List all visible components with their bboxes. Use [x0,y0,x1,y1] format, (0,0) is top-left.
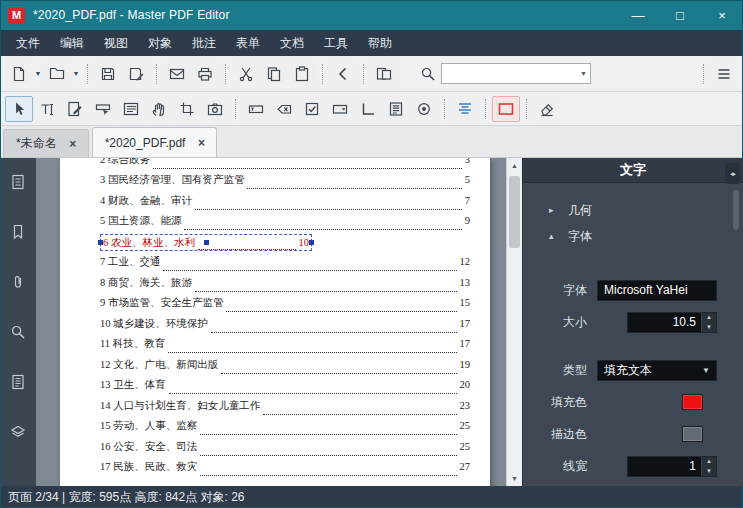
minimize-button[interactable]: — [617,0,659,30]
combobox-tool[interactable] [326,96,354,122]
toc-line[interactable]: 12 文化、广电、新闻出版19 [100,353,470,374]
close-tab-icon[interactable]: × [194,136,208,150]
search-dropdown-icon[interactable]: ▼ [580,70,587,77]
list-box-tool[interactable] [382,96,410,122]
snapshot-tool[interactable] [201,96,229,122]
hand-tool[interactable] [145,96,173,122]
paste-button[interactable] [288,61,316,87]
save-as-button[interactable] [122,61,150,87]
scroll-down-icon[interactable]: ▼ [507,471,522,486]
fill-color-swatch[interactable] [682,394,703,410]
font-size-input[interactable]: 10.5 ▲▼ [627,312,717,333]
toc-line[interactable]: 4 财政、金融、审计7 [100,189,470,210]
section-font[interactable]: ▴ 字体 [523,223,743,249]
line-width-spinner[interactable]: ▲▼ [701,457,716,476]
toc-line[interactable]: 15 劳动、人事、监察25 [100,415,470,436]
signature-field-tool[interactable] [354,96,382,122]
vertical-scrollbar[interactable]: ▲ ▼ [506,158,522,486]
toc-line[interactable]: 16 公安、安全、司法25 [100,435,470,456]
toc-line[interactable]: 13 卫生、体育20 [100,374,470,395]
eraser-tool[interactable] [533,96,561,122]
edit-forms-tool[interactable] [89,96,117,122]
align-text-tool[interactable] [451,96,479,122]
toc-line[interactable]: 8 商贸、海关、旅游13 [100,271,470,292]
spin-up-icon[interactable]: ▲ [702,457,716,467]
menu-item-3[interactable]: 对象 [138,30,182,56]
cut-button[interactable] [232,61,260,87]
menu-item-5[interactable]: 表单 [226,30,270,56]
selected-text-object[interactable]: 6 农业、林业、水利10 [100,234,312,251]
text-type-select[interactable]: 填充文本 ▼ [597,360,717,381]
section-geometry[interactable]: ▸ 几何 [523,197,743,223]
toc-line[interactable]: 17 民族、民政、救灾27 [100,456,470,477]
menu-item-0[interactable]: 文件 [6,30,50,56]
selection-handle[interactable] [309,240,314,245]
panel-collapse-button[interactable]: ◂▸ [725,163,740,184]
menu-item-6[interactable]: 文档 [270,30,314,56]
pdf-viewport[interactable]: 2 综合政务33 国民经济管理、国有资产监管54 财政、金融、审计75 国土资源… [36,158,506,486]
toc-line[interactable]: 6 农业、林业、水利10 [100,230,470,251]
scrollbar-thumb[interactable] [509,176,520,248]
spin-up-icon[interactable]: ▲ [702,313,716,323]
select-tool[interactable] [5,96,33,122]
radio-button-tool[interactable] [410,96,438,122]
stroke-color-swatch[interactable] [682,426,703,442]
menu-item-7[interactable]: 工具 [314,30,358,56]
close-button[interactable]: × [701,0,743,30]
close-tab-icon[interactable]: × [66,137,80,151]
select-text-tool[interactable] [33,96,61,122]
new-document-button-dropdown-icon[interactable]: ▼ [33,70,43,77]
search-input[interactable] [441,63,591,84]
menu-item-1[interactable]: 编辑 [50,30,94,56]
toc-line[interactable]: 14 人口与计划生育、妇女儿童工作23 [100,394,470,415]
toc-line[interactable]: 9 市场监管、安全生产监管15 [100,292,470,313]
font-family-input[interactable]: Microsoft YaHei [597,280,717,301]
text-field-tool[interactable] [242,96,270,122]
scroll-up-icon[interactable]: ▲ [507,158,522,173]
crop-tool[interactable] [173,96,201,122]
spin-down-icon[interactable]: ▼ [702,322,716,332]
attachments-panel-button[interactable] [6,270,30,294]
signatures-panel-button[interactable] [6,370,30,394]
save-button[interactable] [94,61,122,87]
pdf-page[interactable]: 2 综合政务33 国民经济管理、国有资产监管54 财政、金融、审计75 国土资源… [60,158,490,486]
layers-panel-button[interactable] [6,420,30,444]
objects-list-tool[interactable] [117,96,145,122]
bookmarks-panel-button[interactable] [6,220,30,244]
selection-handle[interactable] [98,240,103,245]
email-button[interactable] [163,61,191,87]
main-menu-button[interactable] [710,61,738,87]
open-file-button-dropdown-icon[interactable]: ▼ [71,70,81,77]
push-button-tool[interactable] [270,96,298,122]
maximize-button[interactable]: □ [659,0,701,30]
document-tab-0[interactable]: *未命名× [3,129,89,157]
checkbox-tool[interactable] [298,96,326,122]
thumbnails-panel-button[interactable] [6,170,30,194]
rectangle-annotation-tool[interactable] [492,96,520,122]
spin-down-icon[interactable]: ▼ [702,466,716,476]
menu-item-2[interactable]: 视图 [94,30,138,56]
line-width-input[interactable]: 1 ▲▼ [627,456,717,477]
search-panel-button[interactable] [6,320,30,344]
open-file-button[interactable] [43,61,71,87]
page-view-button[interactable] [370,61,398,87]
toc-line[interactable]: 2 综合政务3 [100,158,470,169]
font-size-spinner[interactable]: ▲▼ [701,313,716,332]
edit-document-tool[interactable] [61,96,89,122]
toc-line[interactable]: 3 国民经济管理、国有资产监管5 [100,169,470,190]
toc-line[interactable]: 5 国土资源、能源9 [100,210,470,231]
toc-line[interactable]: 7 工业、交通12 [100,251,470,272]
scrollbar-track[interactable] [507,173,522,471]
title-bar[interactable]: M *2020_PDF.pdf - Master PDF Editor — □ … [0,0,743,30]
toc-line[interactable]: 11 科技、教育17 [100,333,470,354]
toc-line[interactable]: 10 城乡建设、环境保护17 [100,312,470,333]
back-button[interactable] [329,61,357,87]
selection-handle[interactable] [204,240,209,245]
document-tab-1[interactable]: *2020_PDF.pdf× [92,127,218,157]
menu-item-4[interactable]: 批注 [182,30,226,56]
menu-item-8[interactable]: 帮助 [358,30,402,56]
new-document-button[interactable] [5,61,33,87]
print-button[interactable] [191,61,219,87]
copy-button[interactable] [260,61,288,87]
panel-scrollbar-thumb[interactable] [733,190,739,230]
